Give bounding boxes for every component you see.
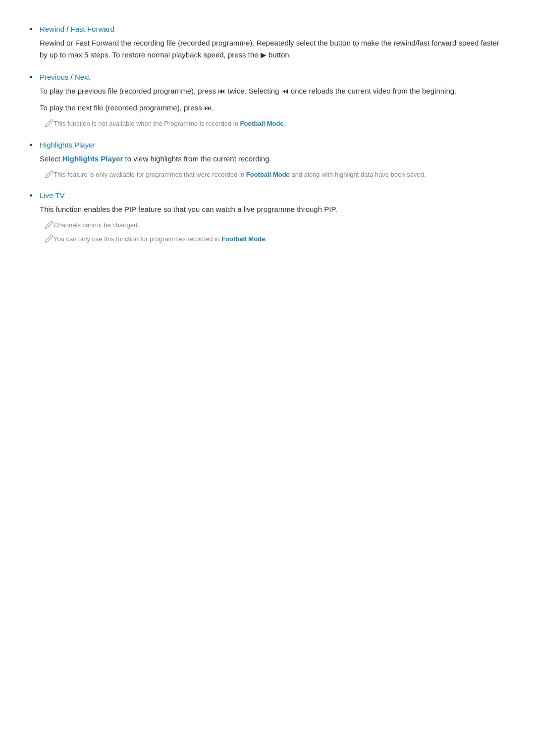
rewind-separator: /	[66, 25, 70, 33]
football-mode-link-1[interactable]: Football Mode	[240, 120, 283, 127]
next-link[interactable]: Next	[75, 73, 90, 81]
previous-description-1: To play the previous file (recorded prog…	[40, 85, 505, 97]
previous-note: This function is not available when the …	[40, 119, 505, 129]
content-area: Rewind / Fast Forward Rewind or Fast For…	[30, 15, 505, 244]
select-suffix: to view highlights from the current reco…	[123, 154, 271, 163]
select-prefix: Select	[40, 154, 62, 163]
highlights-player-link[interactable]: Highlights Player	[40, 141, 96, 149]
livetv-description: This function enables the PIP feature so…	[40, 203, 505, 215]
highlights-note-text-after: and along with highlight data have been …	[290, 171, 426, 178]
live-tv-link[interactable]: Live TV	[40, 191, 65, 200]
item-body-highlights: Select Highlights Player to view highlig…	[40, 153, 505, 180]
pencil-icon-3	[45, 220, 54, 229]
fastforward-link[interactable]: Fast Forward	[71, 25, 114, 33]
rewind-description: Rewind or Fast Forward the recording fil…	[40, 37, 505, 61]
list-item-livetv: Live TV This function enables the PIP fe…	[30, 191, 505, 244]
highlights-description: Select Highlights Player to view highlig…	[40, 153, 505, 165]
rewind-link[interactable]: Rewind	[40, 25, 64, 33]
list-item-highlights: Highlights Player Select Highlights Play…	[30, 141, 505, 180]
item-title-previous: Previous / Next	[40, 73, 505, 81]
highlights-note-text-before: This feature is only available for progr…	[54, 171, 246, 178]
item-body-livetv: This function enables the PIP feature so…	[40, 203, 505, 244]
livetv-note-1: Channels cannot be changed.	[40, 220, 505, 230]
livetv-note-2: You can only use this function for progr…	[40, 234, 505, 244]
livetv-note-text-1: Channels cannot be changed.	[54, 220, 139, 230]
previous-note-text-before: This function is not available when the …	[54, 120, 240, 127]
pencil-icon-2	[45, 170, 54, 179]
list-item-rewind: Rewind / Fast Forward Rewind or Fast For…	[30, 25, 505, 61]
football-mode-link-3[interactable]: Football Mode	[221, 235, 265, 243]
previous-note-text-after: .	[284, 120, 286, 127]
item-title-livetv: Live TV	[40, 191, 505, 200]
football-mode-link-2[interactable]: Football Mode	[246, 171, 290, 178]
highlights-player-inline-link[interactable]: Highlights Player	[62, 154, 123, 163]
livetv-note-text-2: You can only use this function for progr…	[54, 234, 267, 244]
highlights-note-text: This feature is only available for progr…	[54, 170, 426, 180]
main-list: Rewind / Fast Forward Rewind or Fast For…	[30, 25, 505, 244]
pencil-icon-1	[45, 119, 54, 128]
item-title-highlights: Highlights Player	[40, 141, 505, 149]
item-body-rewind: Rewind or Fast Forward the recording fil…	[40, 37, 505, 61]
item-body-previous: To play the previous file (recorded prog…	[40, 85, 505, 129]
previous-separator: /	[71, 73, 75, 81]
highlights-note: This feature is only available for progr…	[40, 170, 505, 180]
item-title-rewind: Rewind / Fast Forward	[40, 25, 505, 33]
previous-note-text: This function is not available when the …	[54, 119, 285, 129]
pencil-icon-4	[45, 234, 54, 243]
list-item-previous: Previous / Next To play the previous fil…	[30, 73, 505, 129]
livetv-note-text-2-after: .	[265, 235, 267, 243]
previous-description-2: To play the next file (recorded programm…	[40, 102, 505, 114]
livetv-note-text-2-before: You can only use this function for progr…	[54, 235, 221, 243]
previous-link[interactable]: Previous	[40, 73, 68, 81]
